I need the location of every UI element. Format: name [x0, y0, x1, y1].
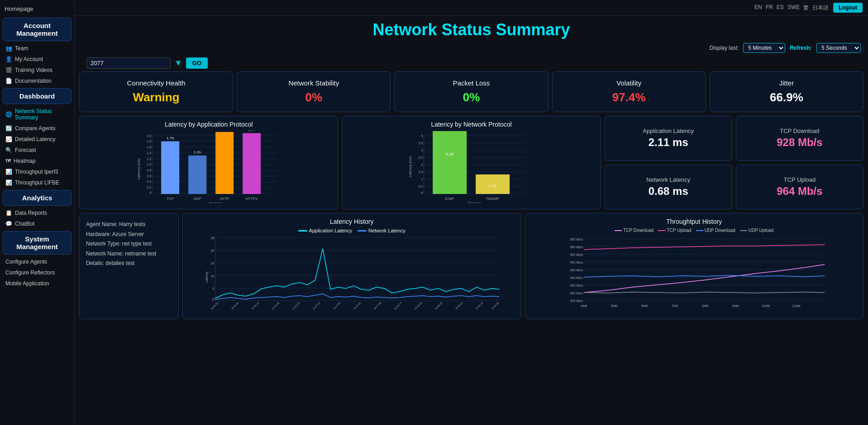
network-stability-value: 0%: [305, 90, 323, 104]
sidebar-section-dashboard: Dashboard: [3, 88, 72, 104]
sidebar-item-heatmap[interactable]: 🗺 Heatmap: [0, 156, 74, 166]
sidebar-item-chatbot[interactable]: 💬 ChatBot: [0, 218, 74, 229]
sidebar-item-configure-agents[interactable]: Configure Agents: [0, 256, 74, 267]
svg-text:Latency (ms): Latency (ms): [408, 156, 412, 178]
sidebar-home[interactable]: Homepage: [0, 4, 74, 16]
svg-text:935 Mb/s: 935 Mb/s: [570, 284, 583, 287]
globe-icon: 🌐: [5, 111, 12, 118]
sidebar-item-configure-reflectors[interactable]: Configure Reflectors: [0, 267, 74, 278]
refresh-select[interactable]: 5 Seconds 10 Seconds 30 Seconds 1 Minute: [816, 43, 861, 53]
legend-udp-download: UDP Download: [696, 228, 735, 233]
sidebar-item-data-reports[interactable]: 📋 Data Reports: [0, 208, 74, 218]
svg-text:1.0: 1.0: [147, 163, 151, 166]
metric-network-stability: Network Stability 0%: [237, 71, 391, 112]
connectivity-health-title: Connectivity Health: [127, 79, 185, 87]
lang-en[interactable]: EN: [754, 4, 762, 12]
svg-text:TWAMP: TWAMP: [486, 197, 499, 201]
svg-rect-57: [433, 131, 467, 194]
svg-text:1.33: 1.33: [489, 184, 497, 188]
svg-text:15: 15: [210, 262, 214, 265]
svg-text:Latency: Latency: [205, 271, 209, 283]
agent-input[interactable]: [86, 57, 171, 69]
svg-text:Protocol: Protocol: [209, 201, 222, 203]
network-type: Network Type: net type test: [86, 239, 172, 249]
forecast-icon: 🔍: [5, 147, 12, 153]
sidebar-section-system: System Management: [3, 231, 72, 255]
legend-net-latency-color: [358, 230, 367, 231]
metric-volatility: Volatility 97.4%: [552, 71, 706, 112]
hardware: Hardware: Azure Server: [86, 230, 172, 240]
agent-dropdown-icon[interactable]: ▼: [174, 58, 182, 68]
latency-history-title: Latency History: [187, 218, 516, 225]
agent-bar: ▼ GO: [79, 56, 863, 71]
details: Details: detailes test: [86, 259, 172, 269]
sidebar-item-compare-agents[interactable]: 🔄 Compare Agents: [0, 123, 74, 134]
latency-history-card: Latency History Application Latency Netw…: [182, 213, 521, 319]
svg-text:8AM: 8AM: [702, 304, 709, 307]
metric-connectivity-health: Connectivity Health Warning: [79, 71, 233, 112]
svg-text:Latency (ms): Latency (ms): [137, 159, 141, 180]
compare-icon: 🔄: [5, 125, 12, 132]
svg-text:930 Mb/s: 930 Mb/s: [570, 292, 583, 295]
svg-text:2.11: 2.11: [221, 131, 228, 132]
packet-loss-value: 0%: [463, 90, 480, 104]
legend-net-latency: Network Latency: [358, 228, 405, 233]
svg-text:14:46:06: 14:46:06: [230, 302, 239, 310]
net-protocol-chart: Latency by Network Protocol Latency (ms)…: [342, 116, 601, 209]
svg-rect-28: [215, 132, 234, 194]
sidebar-item-mobile-app[interactable]: Mobile Application: [0, 278, 74, 289]
bottom-row: Agent Name: Harry tests Hardware: Azure …: [79, 213, 863, 319]
svg-text:5: 5: [212, 287, 214, 290]
sidebar-item-training[interactable]: 🎬 Training Videos: [0, 65, 74, 76]
lang-japanese[interactable]: 日本語: [812, 4, 829, 12]
jitter-title: Jitter: [779, 79, 794, 87]
svg-text:1.31: 1.31: [194, 150, 201, 154]
lang-trad-chinese[interactable]: 繁: [803, 4, 809, 12]
sidebar-item-team[interactable]: 👥 Team: [0, 43, 74, 54]
sidebar-item-forecast[interactable]: 🔍 Forecast: [0, 145, 74, 156]
legend-tcp-upload: TCP Upload: [658, 228, 691, 233]
svg-text:11AM: 11AM: [792, 304, 800, 307]
app-latency-title: Application Latency: [643, 128, 694, 134]
account-icon: 👤: [5, 56, 12, 62]
net-protocol-svg: Latency (ms) 4 3.5 3 2.5 2 1.5 1 0.5 0: [347, 131, 596, 203]
lang-es[interactable]: ES: [777, 4, 784, 12]
svg-text:14:47:58: 14:47:58: [373, 302, 382, 310]
svg-text:965 Mb/s: 965 Mb/s: [570, 238, 583, 241]
sidebar-section-account: Account Management: [3, 18, 72, 41]
svg-text:UDP: UDP: [194, 197, 201, 201]
main-content: EN FR ES SWE 繁 日本語 Logout Network Status…: [75, 0, 868, 425]
lang-fr[interactable]: FR: [766, 4, 773, 12]
metrics-row: Connectivity Health Warning Network Stab…: [79, 71, 863, 112]
svg-text:960 Mb/s: 960 Mb/s: [570, 246, 583, 249]
svg-text:14:46:38: 14:46:38: [271, 302, 280, 310]
svg-text:0.4: 0.4: [147, 180, 151, 183]
sidebar-item-throughput-lifbe[interactable]: 📊 Throughput LIFBE: [0, 177, 74, 188]
app-protocol-svg: Latency (ms) 2.0 1.8 1.6 1.4 1.2 1.0 0.8…: [84, 131, 333, 203]
svg-text:9AM: 9AM: [732, 304, 739, 307]
packet-loss-title: Packet Loss: [453, 79, 490, 87]
svg-text:2.5: 2.5: [419, 156, 423, 159]
lang-swe[interactable]: SWE: [787, 4, 800, 12]
svg-text:7AM: 7AM: [672, 304, 678, 307]
svg-text:14:46:54: 14:46:54: [291, 302, 300, 310]
latency-history-svg: Latency 25 20 15 10 5 0: [187, 235, 516, 312]
svg-rect-30: [243, 133, 261, 194]
legend-udp-upload: UDP Upload: [740, 228, 773, 233]
sidebar-item-my-account[interactable]: 👤 My Account: [0, 54, 74, 65]
svg-text:1.79: 1.79: [167, 136, 174, 140]
svg-text:4.28: 4.28: [446, 152, 454, 156]
sidebar-item-network-status[interactable]: 🌐 Network Status Summary: [0, 106, 74, 123]
sidebar-item-throughput-iperf3[interactable]: 📊 Throughput Iperf3: [0, 166, 74, 177]
net-latency-title: Network Latency: [646, 176, 690, 183]
go-button[interactable]: GO: [186, 57, 208, 69]
svg-text:20: 20: [210, 249, 214, 252]
side-metric-tcp-upload: TCP Upload 964 Mb/s: [736, 165, 863, 210]
page-title-bar: Network Status Summary: [75, 16, 868, 41]
sidebar-item-docs[interactable]: 📄 Documentation: [0, 76, 74, 86]
display-last-select[interactable]: 1 Minute 5 Minutes 15 Minutes 30 Minutes…: [743, 43, 785, 53]
logout-button[interactable]: Logout: [833, 3, 863, 13]
side-metric-tcp-download: TCP Download 928 Mb/s: [736, 116, 863, 161]
sidebar-item-detailed-latency[interactable]: 📈 Detailed Latency: [0, 134, 74, 145]
svg-text:0: 0: [149, 191, 151, 194]
